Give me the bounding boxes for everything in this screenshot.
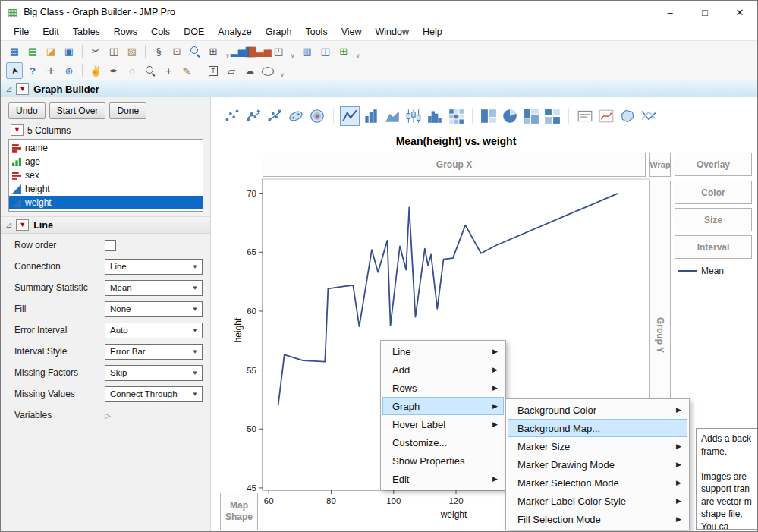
- new-journal-icon[interactable]: ▤: [24, 43, 41, 60]
- undo-button[interactable]: Undo: [8, 102, 46, 119]
- zoom-data-icon[interactable]: [187, 43, 203, 60]
- line-icon[interactable]: [340, 106, 360, 126]
- copy-icon[interactable]: ◫: [105, 43, 122, 60]
- cut-icon[interactable]: ✂: [87, 43, 104, 60]
- report-zoom-icon[interactable]: ◰: [270, 43, 287, 60]
- caption-box-icon[interactable]: [575, 106, 595, 126]
- map-shape-icon[interactable]: [618, 106, 637, 126]
- menu-edit[interactable]: Edit: [36, 25, 66, 39]
- menu-file[interactable]: File: [7, 25, 36, 39]
- missing-factors-dropdown[interactable]: Skip▼: [105, 365, 203, 381]
- paste-icon[interactable]: ▨: [124, 43, 140, 60]
- menu-item-background-color[interactable]: Background Color▶: [508, 401, 687, 419]
- menu-help[interactable]: Help: [416, 25, 449, 39]
- close-button[interactable]: ✕: [722, 1, 757, 24]
- menu-item-add[interactable]: Add▶: [382, 360, 504, 379]
- column-item-height[interactable]: height: [9, 182, 203, 196]
- menu-cols[interactable]: Cols: [144, 25, 177, 39]
- window-layout-icon[interactable]: ◫: [317, 43, 334, 60]
- hand-tool-icon[interactable]: ✌: [87, 62, 104, 79]
- formula-icon[interactable]: [596, 106, 616, 126]
- menu-item-hover-label[interactable]: Hover Label▶: [382, 415, 504, 433]
- move-tool-icon[interactable]: ✛: [42, 62, 59, 79]
- menu-item-customize[interactable]: Customize...: [382, 433, 504, 452]
- disclosure-triangle-icon[interactable]: ⊿: [5, 84, 12, 94]
- help-tool-icon[interactable]: ?: [24, 62, 41, 79]
- menu-view[interactable]: View: [335, 25, 369, 39]
- blob-tool-icon[interactable]: ☁: [241, 62, 258, 79]
- interval-style-dropdown[interactable]: Error Bar▼: [105, 344, 203, 360]
- overlay-drop-zone[interactable]: Overlay: [675, 153, 752, 176]
- treemap-icon[interactable]: [479, 106, 499, 126]
- journal-layout-icon[interactable]: ▥: [299, 43, 316, 60]
- disclosure-triangle-icon[interactable]: ⊿: [5, 220, 12, 230]
- start-over-button[interactable]: Start Over: [49, 102, 106, 119]
- toolbar-overflow-icon[interactable]: ∨: [280, 71, 285, 80]
- matrix-icon[interactable]: [543, 106, 562, 126]
- select-tool-icon[interactable]: ➤: [6, 62, 23, 79]
- menu-item-graph[interactable]: Graph▶: [382, 397, 504, 415]
- new-data-table-icon[interactable]: ▦: [6, 43, 23, 60]
- column-item-age[interactable]: age: [9, 155, 203, 168]
- new-window-icon[interactable]: ⊞: [335, 43, 352, 60]
- connection-dropdown[interactable]: Line▼: [105, 259, 203, 275]
- color-drop-zone[interactable]: Color: [675, 181, 752, 204]
- histogram-icon[interactable]: [425, 106, 445, 126]
- globe-tool-icon[interactable]: ⊕: [61, 62, 77, 79]
- polygon-tool-icon[interactable]: ▱: [223, 62, 240, 79]
- columns-red-triangle-icon[interactable]: ▼: [11, 124, 24, 136]
- heatmap-icon[interactable]: [446, 106, 466, 126]
- menu-item-marker-drawing-mode[interactable]: Marker Drawing Mode▶: [508, 455, 687, 474]
- menu-item-fill-selection-mode[interactable]: Fill Selection Mode▶: [508, 510, 687, 528]
- column-item-name[interactable]: name: [9, 141, 203, 155]
- box-plot-icon[interactable]: [404, 106, 423, 126]
- missing-values-dropdown[interactable]: Connect Through▼: [105, 386, 203, 402]
- menu-item-marker-label-color-style[interactable]: Marker Label Color Style▶: [508, 492, 687, 510]
- column-item-sex[interactable]: sex: [9, 168, 203, 182]
- interval-drop-zone[interactable]: Interval: [675, 235, 752, 259]
- copy-special-icon[interactable]: §: [150, 43, 167, 60]
- duplicate-window-icon[interactable]: ⊞: [205, 43, 222, 60]
- mosaic-icon[interactable]: [521, 106, 541, 126]
- distribution-icon[interactable]: ▇▃▅: [252, 43, 269, 60]
- variables-disclosure-icon[interactable]: ▷: [105, 411, 111, 420]
- bar-icon[interactable]: [361, 106, 381, 126]
- line-of-fit-icon[interactable]: [265, 106, 285, 126]
- open-icon[interactable]: ◪: [42, 43, 59, 60]
- menu-window[interactable]: Window: [369, 25, 416, 39]
- contour-icon[interactable]: [307, 106, 327, 126]
- menu-tables[interactable]: Tables: [66, 25, 107, 39]
- done-button[interactable]: Done: [109, 102, 146, 119]
- pie-icon[interactable]: [500, 106, 520, 126]
- row-order-checkbox[interactable]: [105, 240, 116, 251]
- area-icon[interactable]: [382, 106, 402, 126]
- menu-graph[interactable]: Graph: [259, 25, 299, 39]
- menu-tools[interactable]: Tools: [298, 25, 334, 39]
- ellipse-icon[interactable]: [286, 106, 306, 126]
- menu-rows[interactable]: Rows: [107, 25, 144, 39]
- menu-item-show-properties[interactable]: Show Properties: [382, 452, 504, 470]
- pencil-tool-icon[interactable]: ✎: [178, 62, 195, 79]
- lasso-tool-icon[interactable]: ◌: [124, 62, 140, 79]
- menu-item-line[interactable]: Line▶: [382, 342, 504, 360]
- menu-doe[interactable]: DOE: [177, 25, 211, 39]
- crosshair-tool-icon[interactable]: +: [160, 62, 177, 79]
- save-icon[interactable]: ▣: [61, 43, 77, 60]
- maximize-button[interactable]: □: [687, 1, 722, 24]
- menu-item-marker-selection-mode[interactable]: Marker Selection Mode▶: [508, 474, 687, 492]
- chart-builder-icon[interactable]: ▂▅▇: [234, 43, 250, 60]
- red-triangle-menu-icon[interactable]: ▼: [16, 83, 29, 95]
- smoother-icon[interactable]: [244, 106, 263, 126]
- error-interval-dropdown[interactable]: Auto▼: [105, 323, 203, 338]
- line-red-triangle-icon[interactable]: ▼: [16, 219, 29, 231]
- menu-item-rows[interactable]: Rows▶: [382, 379, 504, 397]
- brush-tool-icon[interactable]: ✒: [105, 62, 122, 79]
- fill-dropdown[interactable]: None▼: [105, 301, 203, 317]
- magnifier-tool-icon[interactable]: [142, 62, 159, 79]
- lock-icon[interactable]: ⊡: [168, 43, 185, 60]
- text-annotate-tool-icon[interactable]: T: [205, 62, 222, 79]
- menu-analyze[interactable]: Analyze: [211, 25, 258, 39]
- summary-statistic-dropdown[interactable]: Mean▼: [105, 280, 203, 296]
- points-icon[interactable]: [222, 106, 242, 126]
- menu-item-background-map[interactable]: Background Map...: [508, 419, 687, 437]
